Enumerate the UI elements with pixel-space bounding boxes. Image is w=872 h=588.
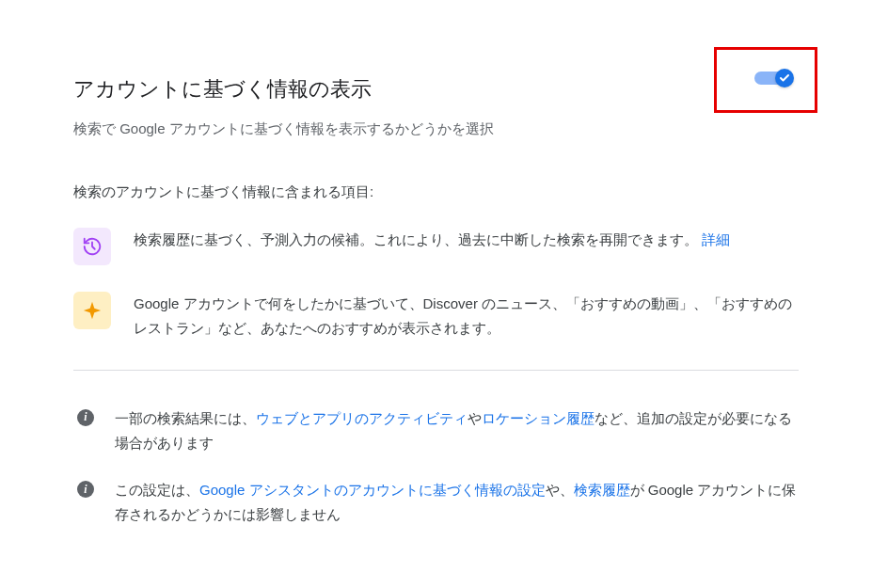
page-subtitle: 検索で Google アカウントに基づく情報を表示するかどうかを選択 [73, 120, 799, 138]
divider [73, 370, 799, 371]
check-icon [775, 69, 794, 87]
search-history-link[interactable]: 検索履歴 [574, 482, 630, 498]
page-title: アカウントに基づく情報の表示 [73, 75, 372, 103]
info-note: i 一部の検索結果には、ウェブとアプリのアクティビティやロケーション履歴など、追… [73, 406, 799, 456]
info-note: i この設定は、Google アシスタントのアカウントに基づく情報の設定や、検索… [73, 478, 799, 528]
account-info-toggle[interactable] [754, 67, 794, 89]
details-link[interactable]: 詳細 [702, 231, 730, 247]
info-text: 一部の検索結果には、ウェブとアプリのアクティビティやロケーション履歴など、追加の… [115, 406, 799, 456]
sparkle-icon [73, 292, 111, 329]
info-icon: i [77, 409, 94, 426]
toggle-highlight-box [714, 47, 817, 113]
includes-label: 検索のアカウントに基づく情報に含まれる項目: [73, 183, 799, 201]
location-history-link[interactable]: ロケーション履歴 [482, 410, 595, 426]
assistant-settings-link[interactable]: Google アシスタントのアカウントに基づく情報の設定 [199, 482, 546, 498]
info-text: この設定は、Google アシスタントのアカウントに基づく情報の設定や、検索履歴… [115, 478, 799, 528]
feature-item-text: 検索履歴に基づく、予測入力の候補。これにより、過去に中断した検索を再開できます。… [134, 228, 730, 252]
info-icon: i [77, 481, 94, 498]
feature-item-text: Google アカウントで何をしたかに基づいて、Discover のニュース、「… [134, 292, 799, 342]
web-app-activity-link[interactable]: ウェブとアプリのアクティビティ [256, 410, 468, 426]
feature-item-history: 検索履歴に基づく、予測入力の候補。これにより、過去に中断した検索を再開できます。… [73, 228, 799, 265]
feature-item-recommendations: Google アカウントで何をしたかに基づいて、Discover のニュース、「… [73, 292, 799, 342]
history-icon [73, 228, 111, 265]
